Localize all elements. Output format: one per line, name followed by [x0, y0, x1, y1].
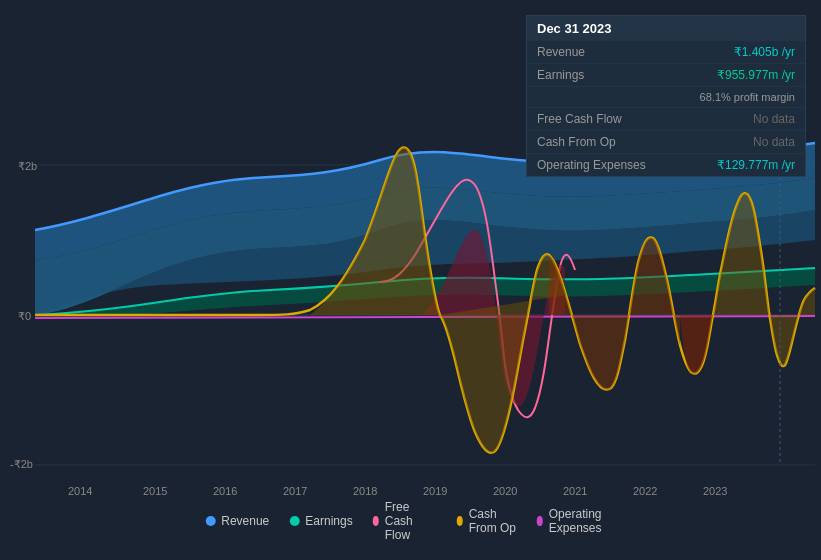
svg-text:2014: 2014 [68, 485, 92, 497]
svg-text:-₹2b: -₹2b [10, 458, 33, 470]
tooltip-cashop-value: No data [753, 135, 795, 149]
tooltip-cashop-label: Cash From Op [537, 135, 647, 149]
legend-opex-label: Operating Expenses [549, 507, 616, 535]
tooltip-fcf-label: Free Cash Flow [537, 112, 647, 126]
tooltip-opex-row: Operating Expenses ₹129.777m /yr [527, 154, 805, 176]
svg-text:2019: 2019 [423, 485, 447, 497]
svg-text:2023: 2023 [703, 485, 727, 497]
tooltip-revenue-row: Revenue ₹1.405b /yr [527, 41, 805, 64]
tooltip-margin-row: 68.1% profit margin [527, 87, 805, 108]
legend-opex[interactable]: Operating Expenses [537, 507, 616, 535]
tooltip-earnings-label: Earnings [537, 68, 647, 82]
legend-cashop[interactable]: Cash From Op [457, 507, 517, 535]
chart-container: ₹2b ₹0 -₹2b 2014 2015 2016 2017 2018 201… [0, 0, 821, 560]
legend-cashop-dot [457, 516, 463, 526]
tooltip-revenue-value: ₹1.405b /yr [734, 45, 795, 59]
legend-revenue[interactable]: Revenue [205, 514, 269, 528]
tooltip-fcf-value: No data [753, 112, 795, 126]
tooltip-title: Dec 31 2023 [527, 16, 805, 41]
tooltip-opex-value: ₹129.777m /yr [717, 158, 795, 172]
tooltip-margin-value: 68.1% profit margin [700, 91, 795, 103]
tooltip-fcf-row: Free Cash Flow No data [527, 108, 805, 131]
legend-revenue-dot [205, 516, 215, 526]
chart-legend: Revenue Earnings Free Cash Flow Cash Fro… [205, 500, 616, 542]
legend-earnings[interactable]: Earnings [289, 514, 352, 528]
svg-text:₹2b: ₹2b [18, 160, 37, 172]
svg-text:2020: 2020 [493, 485, 517, 497]
legend-opex-dot [537, 516, 543, 526]
svg-text:₹0: ₹0 [18, 310, 31, 322]
tooltip-revenue-label: Revenue [537, 45, 647, 59]
svg-text:2017: 2017 [283, 485, 307, 497]
legend-fcf-dot [373, 516, 379, 526]
legend-revenue-label: Revenue [221, 514, 269, 528]
tooltip-cashop-row: Cash From Op No data [527, 131, 805, 154]
legend-fcf[interactable]: Free Cash Flow [373, 500, 437, 542]
svg-text:2022: 2022 [633, 485, 657, 497]
tooltip-opex-label: Operating Expenses [537, 158, 647, 172]
legend-fcf-label: Free Cash Flow [385, 500, 437, 542]
svg-text:2015: 2015 [143, 485, 167, 497]
svg-text:2021: 2021 [563, 485, 587, 497]
tooltip-earnings-row: Earnings ₹955.977m /yr [527, 64, 805, 87]
svg-text:2016: 2016 [213, 485, 237, 497]
legend-cashop-label: Cash From Op [469, 507, 517, 535]
tooltip-box: Dec 31 2023 Revenue ₹1.405b /yr Earnings… [526, 15, 806, 177]
svg-text:2018: 2018 [353, 485, 377, 497]
tooltip-earnings-value: ₹955.977m /yr [717, 68, 795, 82]
legend-earnings-label: Earnings [305, 514, 352, 528]
legend-earnings-dot [289, 516, 299, 526]
